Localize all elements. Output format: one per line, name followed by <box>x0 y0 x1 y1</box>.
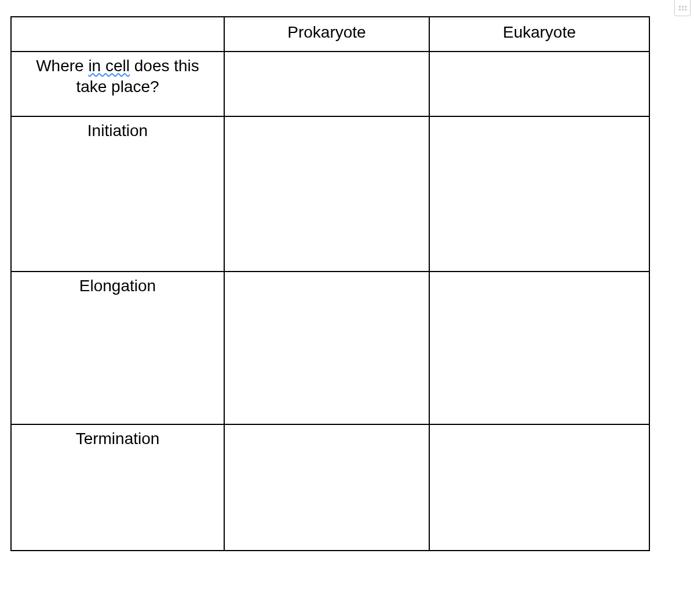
cell-elongation-prokaryote[interactable] <box>224 272 429 424</box>
drag-handle-widget[interactable] <box>674 0 691 16</box>
comparison-table-container: Prokaryote Eukaryote Where in cell does … <box>0 0 694 551</box>
cell-where-eukaryote[interactable] <box>429 52 649 116</box>
drag-handle-icon <box>679 6 686 10</box>
table-row-initiation: Initiation <box>11 116 649 272</box>
cell-elongation-eukaryote[interactable] <box>429 272 649 424</box>
row-label-elongation: Elongation <box>11 272 224 424</box>
row-label-where: Where in cell does this take place? <box>11 52 224 116</box>
cell-where-prokaryote[interactable] <box>224 52 429 116</box>
cell-termination-prokaryote[interactable] <box>224 424 429 551</box>
header-empty-cell <box>11 17 224 52</box>
table-row-termination: Termination <box>11 424 649 551</box>
table-header-row: Prokaryote Eukaryote <box>11 17 649 52</box>
cell-initiation-prokaryote[interactable] <box>224 116 429 272</box>
where-text-pre: Where <box>36 57 88 75</box>
table-row-elongation: Elongation <box>11 272 649 424</box>
comparison-table: Prokaryote Eukaryote Where in cell does … <box>10 16 650 551</box>
header-prokaryote: Prokaryote <box>224 17 429 52</box>
spellcheck-flag[interactable]: in cell <box>88 57 130 75</box>
row-label-initiation: Initiation <box>11 116 224 272</box>
table-row-where: Where in cell does this take place? <box>11 52 649 116</box>
where-text-post: does this <box>130 57 199 75</box>
cell-initiation-eukaryote[interactable] <box>429 116 649 272</box>
cell-termination-eukaryote[interactable] <box>429 424 649 551</box>
row-label-termination: Termination <box>11 424 224 551</box>
where-text-line2: take place? <box>76 78 159 96</box>
header-eukaryote: Eukaryote <box>429 17 649 52</box>
